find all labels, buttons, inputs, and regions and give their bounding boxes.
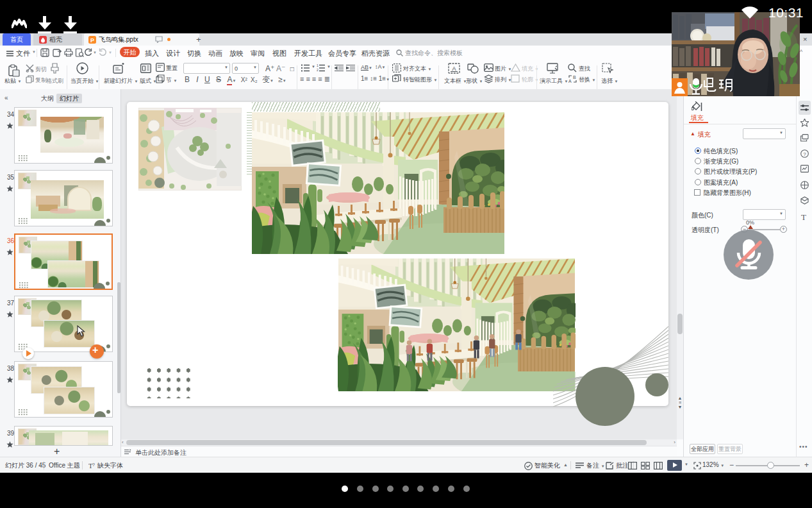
svg-text:1: 1 [317, 64, 319, 67]
svg-text:P: P [90, 37, 94, 43]
svg-text:?: ? [92, 462, 95, 467]
svg-text:A: A [452, 65, 456, 72]
svg-text:?: ? [803, 151, 806, 157]
svg-text:2: 2 [317, 68, 319, 72]
svg-text:A: A [568, 79, 572, 83]
svg-text:B: B [573, 75, 576, 80]
